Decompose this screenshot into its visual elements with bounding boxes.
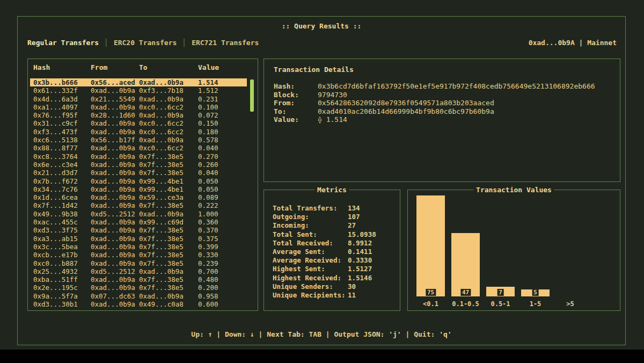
details-fields: Hash:0x3b6cd7d6bfaf163792f50e1ef5e917b97…	[272, 82, 612, 124]
table-row[interactable]: 0xf3...473f0xad...0b9a0xc0...6cc20.180	[30, 128, 247, 136]
table-row[interactable]: 0x21...d3d70xad...0b9a0x7f...38e50.040	[30, 169, 247, 177]
cell-value: 0.040	[198, 169, 247, 177]
table-row[interactable]: 0xd3...3f750xad...0b9a0x7f...38e50.370	[30, 226, 247, 234]
cell-value: 0.180	[198, 128, 247, 136]
table-row[interactable]: 0x31...c9cf0xad...0b9a0xc0...6cc20.150	[30, 119, 247, 127]
table-row[interactable]: 0x25...49320xd5...25120xad...0b9a0.700	[30, 267, 247, 275]
table-header: HashFromToValue	[28, 59, 258, 71]
table-row[interactable]: 0xba...51ff0xad...0b9a0x7f...38e50.480	[30, 275, 247, 284]
table-row[interactable]: 0xcb...e17b0xad...0b9a0x7f...38e50.330	[30, 251, 247, 259]
table-row[interactable]: 0xa1...40970xad...0b9a0xc0...6cc20.100	[30, 103, 247, 111]
cell-to: 0xad...0b9a	[139, 210, 198, 218]
metric-label: Incoming:	[273, 221, 348, 230]
table-row[interactable]: 0x34...7c760xad...0b9a0x99...4be10.050	[30, 185, 247, 193]
col-from: From	[91, 63, 139, 71]
scrollbar-thumb[interactable]	[250, 79, 254, 112]
table-row[interactable]: 0x7f...1d420xad...0b9a0x7f...38e50.222	[30, 201, 247, 209]
cell-to: 0x99...4be1	[139, 177, 198, 185]
detail-value: 0x3b6cd7d6bfaf163792f50e1ef5e917b972f408…	[318, 82, 612, 91]
tab-separator: │	[104, 39, 108, 47]
cell-from: 0x56...aced	[91, 78, 139, 86]
cell-from: 0xd5...2512	[91, 210, 139, 218]
page-title: :: Query Results ::	[18, 22, 625, 30]
table-row[interactable]: 0x4d...6a3d0x21...55490xad...0b9a0.231	[30, 95, 247, 103]
table-row[interactable]: 0x76...f95f0x28...1d600xad...0b9a0.072	[30, 111, 247, 119]
table-row[interactable]: 0x61...332f0xad...0b9a0xf3...7b181.512	[30, 86, 247, 95]
cell-value: 0.200	[198, 284, 247, 292]
cell-hash: 0x31...c9cf	[33, 119, 91, 127]
metric-row: Unique Senders:30	[273, 282, 400, 291]
cell-hash: 0xac...455c	[33, 218, 91, 226]
detail-label: Block:	[274, 91, 318, 99]
table-row[interactable]: 0x88...8f770xad...0b9a0xc0...6cc20.040	[30, 144, 247, 152]
chart-bar-slot: 7	[483, 287, 518, 296]
table-row[interactable]: 0xc6...51380x56...b17f0xad...0b9a0.578	[30, 136, 247, 144]
cell-value: 0.260	[198, 161, 247, 169]
table-row[interactable]: 0x6e...c3e40xad...0b9a0x7f...38e50.260	[30, 161, 247, 169]
metric-row: Highest Sent:1.5127	[273, 265, 400, 273]
cell-from: 0xad...0b9a	[91, 177, 139, 185]
tab-erc721-transfers[interactable]: ERC721 Transfers	[192, 39, 259, 47]
table-row[interactable]: 0x9a...5f7a0x07...dc630xad...0b9a0.958	[30, 292, 247, 300]
table-row[interactable]: 0x49...9b380xd5...25120xad...0b9a1.000	[30, 210, 247, 218]
transaction-details-panel: Transaction Details Hash:0x3b6cd7d6bfaf1…	[264, 59, 620, 182]
chart-bar: 7	[486, 287, 515, 296]
cell-from: 0xad...0b9a	[91, 251, 139, 259]
table-row[interactable]: 0x3b...b6660x56...aced0xad...0b9a1.514	[30, 78, 247, 86]
table-row[interactable]: 0xc8...37640xad...0b9a0x7f...38e50.270	[30, 153, 247, 161]
cell-from: 0xad...0b9a	[91, 119, 139, 127]
cell-hash: 0x49...9b38	[33, 210, 91, 218]
table-row[interactable]: 0x2e...195c0xad...0b9a0x7f...38e50.200	[30, 284, 247, 292]
terminal-screen: :: Query Results :: Regular Transfers│ER…	[0, 0, 644, 350]
metric-value: 107	[348, 213, 400, 221]
table-row[interactable]: 0x3c...5bea0xad...0b9a0x7f...38e50.399	[30, 243, 247, 251]
help-bar: Up: ↑ | Down: ↓ | Next Tab: TAB | Output…	[18, 330, 625, 338]
chart-bar-slot: 47	[448, 233, 483, 296]
cell-value: 0.375	[198, 235, 247, 243]
cell-hash: 0xc6...5138	[33, 136, 91, 144]
chart-bar: 47	[451, 233, 480, 296]
table-scrollbar[interactable]	[250, 79, 254, 306]
cell-to: 0x7f...38e5	[139, 153, 198, 161]
cell-hash: 0xc0...b887	[33, 259, 91, 267]
metrics-title: Metrics	[314, 186, 349, 194]
metric-row: Average Sent:0.1411	[273, 248, 400, 256]
table-row[interactable]: 0x1d...6cea0xad...0b9a0x59...ce3a0.089	[30, 193, 247, 201]
tab-regular-transfers[interactable]: Regular Transfers	[27, 39, 99, 47]
transaction-values-chart: Transaction Values 754775 <0.10.1-0.50.5…	[407, 190, 620, 311]
cell-hash: 0x21...d3d7	[33, 169, 91, 177]
cell-to: 0x7f...38e5	[139, 259, 198, 267]
table-row[interactable]: 0xc0...b8870xad...0b9a0x7f...38e50.239	[30, 259, 247, 267]
cell-to: 0x99...c69d	[139, 218, 198, 226]
metric-value: 11	[348, 291, 400, 300]
metric-value: 1.5127	[348, 265, 400, 273]
tab-erc20-transfers[interactable]: ERC20 Transfers	[114, 39, 177, 47]
cell-value: 0.370	[198, 226, 247, 234]
cell-from: 0xad...0b9a	[91, 153, 139, 161]
metric-row: Total Transfers:134	[273, 204, 400, 213]
metric-row: Total Sent:15.0938	[273, 230, 400, 239]
cell-hash: 0xc8...3764	[33, 153, 91, 161]
table-row[interactable]: 0xa3...ab150xad...0b9a0x7f...38e50.375	[30, 235, 247, 243]
cell-from: 0xd5...2512	[91, 267, 139, 275]
cell-value: 1.514	[198, 78, 247, 86]
table-row[interactable]: 0xac...455c0xad...0b9a0x99...c69d0.360	[30, 218, 247, 226]
cell-hash: 0xa3...ab15	[33, 235, 91, 243]
cell-to: 0x99...4be1	[139, 185, 198, 193]
table-row[interactable]: 0xd3...30b10xad...0b9a0x49...c0a80.600	[30, 300, 247, 308]
account-badge: 0xad...0b9A | Mainnet	[529, 39, 617, 47]
table-row[interactable]: 0x7b...f6720xad...0b9a0x99...4be10.050	[30, 177, 247, 185]
chart-bar-slot: 75	[413, 195, 448, 296]
cell-from: 0xad...0b9a	[91, 144, 139, 152]
detail-label: From:	[274, 99, 318, 107]
cell-hash: 0x7b...f672	[33, 177, 91, 185]
metric-value: 0.3330	[348, 256, 400, 265]
cell-hash: 0xd3...3f75	[33, 226, 91, 234]
table-body[interactable]: 0x3b...b6660x56...aced0xad...0b9a1.5140x…	[30, 78, 247, 307]
cell-hash: 0xf3...473f	[33, 128, 91, 136]
cell-value: 0.239	[198, 259, 247, 267]
cell-to: 0x7f...38e5	[139, 235, 198, 243]
cell-from: 0xad...0b9a	[91, 284, 139, 292]
metric-value: 27	[348, 221, 400, 230]
cell-from: 0x28...1d60	[91, 111, 139, 119]
